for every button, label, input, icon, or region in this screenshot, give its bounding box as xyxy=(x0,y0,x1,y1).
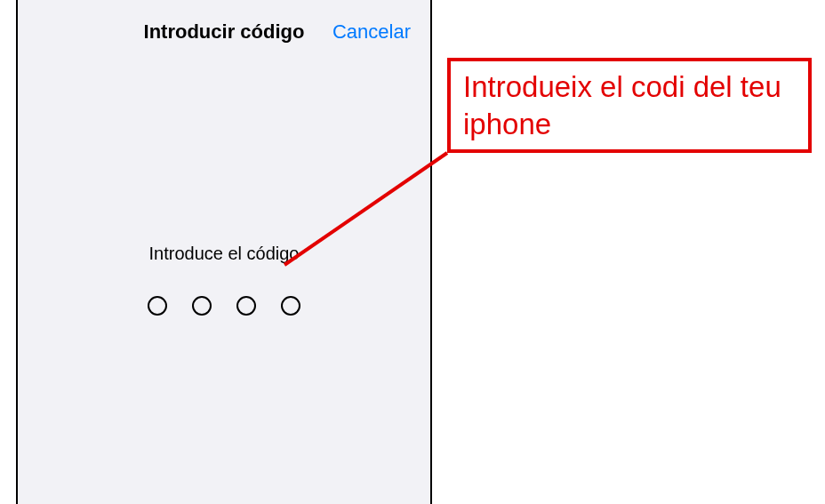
passcode-input[interactable] xyxy=(21,296,427,316)
phone-frame: Introducir código Cancelar Introduce el … xyxy=(16,0,432,504)
passcode-content: Introduce el código xyxy=(21,244,427,316)
passcode-dot xyxy=(236,296,256,316)
passcode-dot xyxy=(192,296,212,316)
passcode-prompt: Introduce el código xyxy=(21,244,427,264)
annotation-text: Introdueix el codi del teu iphone xyxy=(463,68,796,142)
passcode-sheet: Introducir código Cancelar Introduce el … xyxy=(21,7,427,504)
passcode-dot xyxy=(281,296,300,316)
header-title: Introducir código xyxy=(144,20,305,44)
passcode-dot xyxy=(148,296,167,316)
sheet-header: Introducir código Cancelar xyxy=(21,7,427,57)
cancel-button[interactable]: Cancelar xyxy=(332,20,411,44)
annotation-callout: Introdueix el codi del teu iphone xyxy=(447,58,812,153)
